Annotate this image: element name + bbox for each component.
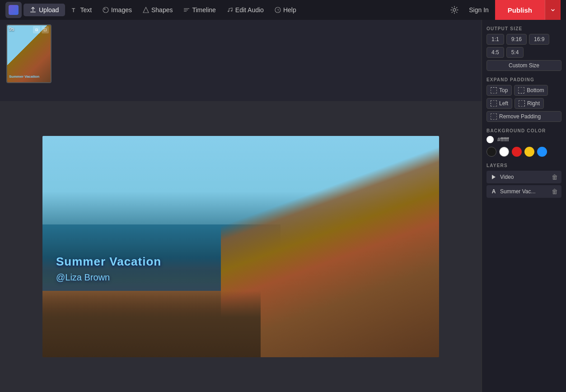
custom-size-button[interactable]: Custom Size [486, 60, 561, 71]
expand-padding-section: EXPAND PADDING Top Bottom Left Right [486, 77, 561, 122]
text-layer-delete[interactable]: 🗑 [552, 188, 558, 195]
size-5x4-button[interactable]: 5:4 [506, 47, 524, 58]
background-color-title: BACKGROUND COLOR [486, 128, 561, 133]
logo-button[interactable] [5, 2, 22, 18]
padding-bottom-icon [518, 87, 524, 93]
signin-button[interactable]: Sign In [464, 4, 493, 16]
svg-marker-4 [143, 7, 149, 13]
active-color-swatch[interactable] [486, 136, 494, 143]
canvas-area: Summer Vacation @Liza Brown [0, 101, 482, 392]
images-nav-button[interactable]: Images [98, 4, 136, 16]
settings-button[interactable] [446, 2, 463, 18]
right-panel: OUTPUT SIZE 1:1 9:16 16:9 4:5 5:4 Custom… [482, 20, 566, 392]
color-swatch-yellow[interactable] [524, 147, 534, 157]
output-size-section: OUTPUT SIZE 1:1 9:16 16:9 4:5 5:4 Custom… [486, 26, 561, 71]
text-layer-name: Summer Vac... [500, 188, 549, 195]
svg-text:?: ? [277, 8, 279, 13]
svg-text:T: T [72, 7, 75, 13]
remove-padding-icon [491, 113, 497, 120]
svg-point-3 [104, 9, 106, 10]
color-hex-label: #ffffff [497, 136, 509, 143]
canvas-title: Summer Vacation [56, 255, 161, 269]
size-4x5-button[interactable]: 4:5 [486, 47, 504, 58]
help-nav-button[interactable]: ? Help [270, 4, 301, 16]
padding-left-icon [491, 100, 497, 107]
text-nav-button[interactable]: T Text [67, 4, 96, 16]
svg-point-8 [228, 11, 229, 12]
canvas-frame[interactable]: Summer Vacation @Liza Brown [42, 136, 439, 357]
main-layout: 9s ⧉ ⊡ Summer Vacation + + Add Scene [0, 20, 566, 392]
edit-audio-nav-button[interactable]: Edit Audio [222, 4, 268, 16]
upload-button[interactable]: Upload [23, 4, 65, 16]
color-swatch-white[interactable] [499, 147, 509, 157]
layer-item-text[interactable]: A Summer Vac... 🗑 [486, 185, 561, 198]
background-color-section: BACKGROUND COLOR #ffffff [486, 128, 561, 157]
padding-bottom-button[interactable]: Bottom [514, 85, 548, 96]
left-panel: 9s ⧉ ⊡ Summer Vacation + + Add Scene [0, 20, 482, 392]
header: Upload T Text Images Shapes Timeline Edi… [0, 0, 566, 20]
color-swatches [486, 147, 561, 157]
output-size-grid: 1:1 9:16 16:9 4:5 5:4 Custom Size [486, 34, 561, 71]
canvas-subtitle: @Liza Brown [56, 272, 161, 283]
padding-right-button[interactable]: Right [515, 98, 544, 109]
padding-top-icon [491, 87, 497, 93]
color-swatch-black[interactable] [486, 147, 496, 157]
size-1x1-button[interactable]: 1:1 [486, 34, 504, 45]
size-16x9-button[interactable]: 16:9 [529, 34, 549, 45]
active-color-row: #ffffff [486, 136, 561, 143]
output-size-title: OUTPUT SIZE [486, 26, 561, 31]
padding-left-button[interactable]: Left [486, 98, 512, 109]
scene-delete-icon[interactable]: ⊡ [42, 26, 49, 33]
publish-area: Publish [495, 0, 561, 20]
video-layer-icon [490, 173, 497, 181]
scenes-strip: 9s ⧉ ⊡ Summer Vacation + + Add Scene [0, 20, 482, 101]
svg-point-9 [231, 10, 232, 12]
canvas-text-overlay: Summer Vacation @Liza Brown [56, 255, 161, 283]
layers-section: LAYERS Video 🗑 A Summer Vac... 🗑 [486, 163, 561, 198]
layers-list: Video 🗑 A Summer Vac... 🗑 [486, 171, 561, 198]
publish-button[interactable]: Publish [495, 0, 545, 20]
shapes-nav-button[interactable]: Shapes [138, 4, 177, 16]
scene-title-overlay: Summer Vacation [9, 75, 39, 79]
layer-item-video[interactable]: Video 🗑 [486, 171, 561, 183]
scene-thumbnail[interactable]: 9s ⧉ ⊡ Summer Vacation [6, 24, 51, 83]
svg-point-2 [103, 7, 108, 13]
color-swatch-red[interactable] [512, 147, 522, 157]
video-layer-delete[interactable]: 🗑 [552, 173, 558, 181]
remove-padding-button[interactable]: Remove Padding [486, 111, 561, 122]
padding-right-icon [519, 100, 525, 107]
publish-dropdown-button[interactable] [545, 0, 561, 20]
video-layer-name: Video [500, 174, 549, 180]
expand-padding-title: EXPAND PADDING [486, 77, 561, 82]
color-swatch-blue[interactable] [537, 147, 547, 157]
padding-grid: Top Bottom Left Right Remove Padding [486, 85, 561, 122]
padding-top-button[interactable]: Top [486, 85, 512, 96]
svg-rect-0 [30, 11, 36, 13]
timeline-nav-button[interactable]: Timeline [179, 4, 220, 16]
text-layer-icon: A [490, 188, 497, 195]
scene-duration-label: 9s [9, 26, 14, 32]
layers-title: LAYERS [486, 163, 561, 168]
size-9x16-button[interactable]: 9:16 [506, 34, 527, 45]
scene-copy-icon[interactable]: ⧉ [33, 26, 40, 33]
